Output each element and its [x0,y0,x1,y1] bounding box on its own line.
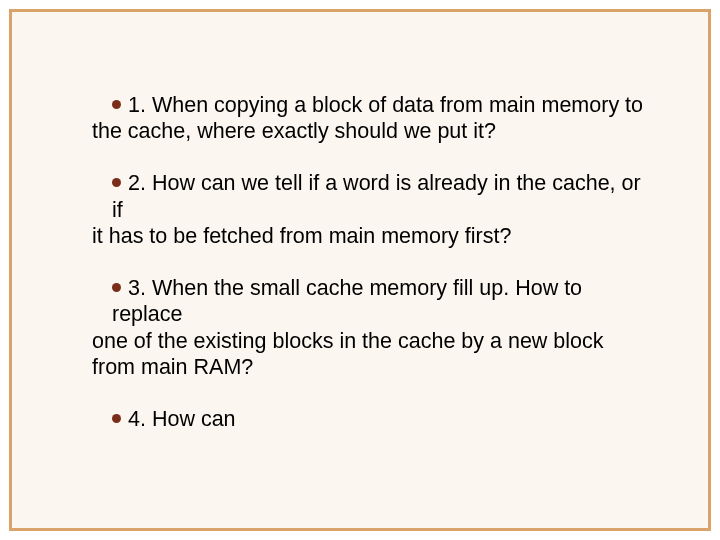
bullet-icon [112,414,121,423]
item-number: 3. [128,276,146,300]
item-text: How can [152,407,236,431]
item-text: When the small cache memory fill up. How… [112,276,582,326]
item-first-line: 2. How can we tell if a word is already … [92,170,648,222]
item-continuation: the cache, where exactly should we put i… [92,118,648,144]
item-number: 2. [128,171,146,195]
item-first-line: 3. When the small cache memory fill up. … [92,275,648,327]
bullet-icon [112,100,121,109]
item-first-line: 1. When copying a block of data from mai… [92,92,648,118]
item-number: 4. [128,407,146,431]
slide-frame: 1. When copying a block of data from mai… [9,9,711,531]
content-area: 1. When copying a block of data from mai… [92,92,648,458]
list-item: 3. When the small cache memory fill up. … [92,275,648,380]
item-first-line: 4. How can [92,406,648,432]
item-text: When copying a block of data from main m… [152,93,643,117]
bullet-icon [112,178,121,187]
item-text: How can we tell if a word is already in … [112,171,641,221]
item-continuation: one of the existing blocks in the cache … [92,328,648,380]
list-item: 1. When copying a block of data from mai… [92,92,648,144]
item-number: 1. [128,93,146,117]
slide: 1. When copying a block of data from mai… [0,0,720,540]
list-item: 2. How can we tell if a word is already … [92,170,648,249]
list-item-cutoff: 4. How can [92,406,648,432]
bullet-icon [112,283,121,292]
item-continuation: it has to be fetched from main memory fi… [92,223,648,249]
